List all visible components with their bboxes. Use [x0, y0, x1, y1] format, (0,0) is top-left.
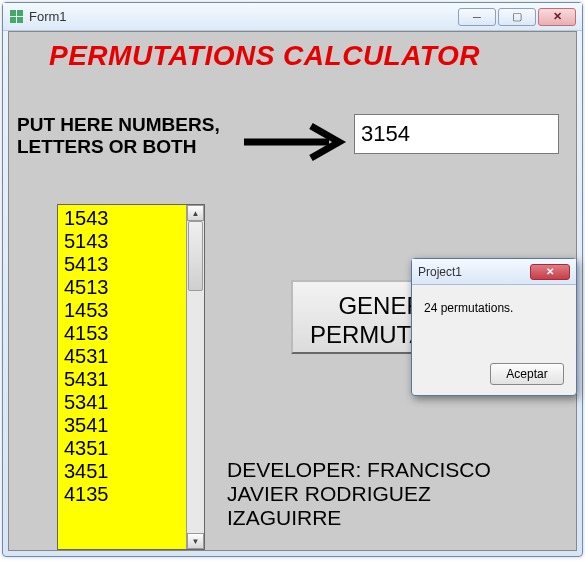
list-item[interactable]: 5431: [64, 368, 180, 391]
maximize-button[interactable]: ▢: [498, 8, 536, 26]
list-item[interactable]: 4153: [64, 322, 180, 345]
arrow-icon: [239, 122, 349, 162]
scroll-down-button[interactable]: ▼: [187, 533, 204, 549]
dialog-message: 24 permutations.: [412, 285, 576, 321]
minimize-button[interactable]: ─: [458, 8, 496, 26]
scrollbar[interactable]: ▲ ▼: [186, 205, 204, 549]
dialog-close-button[interactable]: ✕: [530, 264, 570, 280]
instruction-line-2: LETTERS OR BOTH: [17, 136, 220, 158]
list-item[interactable]: 3451: [64, 460, 180, 483]
list-item[interactable]: 4531: [64, 345, 180, 368]
list-item[interactable]: 5143: [64, 230, 180, 253]
results-listbox[interactable]: 1543514354134513145341534531543153413541…: [57, 204, 205, 550]
list-item[interactable]: 1543: [64, 207, 180, 230]
titlebar: Form1 ─ ▢ ✕: [3, 3, 582, 31]
list-item[interactable]: 5341: [64, 391, 180, 414]
close-button[interactable]: ✕: [538, 8, 576, 26]
scroll-thumb[interactable]: [188, 221, 203, 291]
dialog-title: Project1: [418, 265, 462, 279]
list-item[interactable]: 5413: [64, 253, 180, 276]
instruction-label: PUT HERE NUMBERS, LETTERS OR BOTH: [17, 114, 220, 158]
window-title: Form1: [29, 9, 67, 24]
list-item[interactable]: 4135: [64, 483, 180, 506]
developer-line-2: JAVIER RODRIGUEZ: [227, 482, 491, 506]
dialog-ok-button[interactable]: Aceptar: [490, 363, 564, 385]
instruction-line-1: PUT HERE NUMBERS,: [17, 114, 220, 136]
list-item[interactable]: 4351: [64, 437, 180, 460]
developer-line-3: IZAGUIRRE: [227, 506, 491, 530]
permutation-input[interactable]: [354, 114, 559, 154]
app-icon: [9, 10, 23, 24]
list-item[interactable]: 1453: [64, 299, 180, 322]
list-item[interactable]: 4513: [64, 276, 180, 299]
developer-line-1: DEVELOPER: FRANCISCO: [227, 458, 491, 482]
page-title: PERMUTATIONS CALCULATOR: [49, 40, 480, 72]
message-dialog: Project1 ✕ 24 permutations. Aceptar: [411, 258, 577, 396]
dialog-titlebar: Project1 ✕: [412, 259, 576, 285]
list-item[interactable]: 3541: [64, 414, 180, 437]
developer-credit: DEVELOPER: FRANCISCO JAVIER RODRIGUEZ IZ…: [227, 458, 491, 530]
scroll-up-button[interactable]: ▲: [187, 205, 204, 221]
